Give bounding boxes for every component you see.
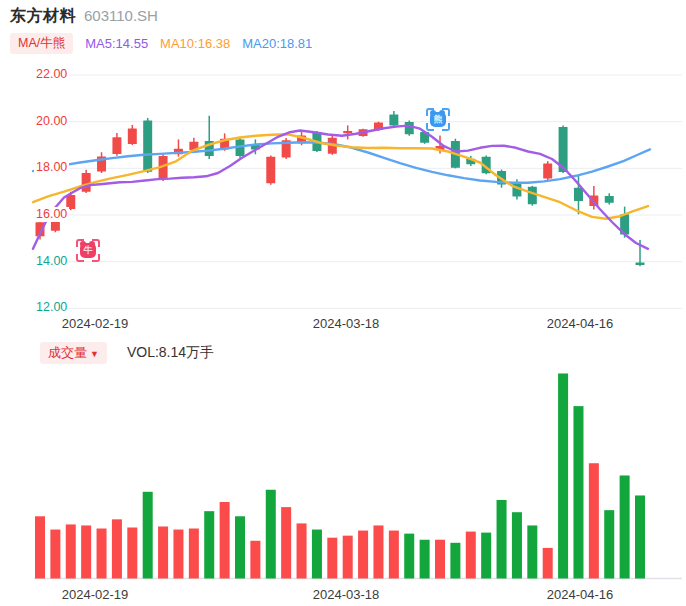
candle-body: [128, 128, 137, 144]
ma20-value: MA20:18.81: [242, 36, 312, 51]
stock-chart-app: 东方材料 603110.SH MA/牛熊 MA5:14.55 MA10:16.3…: [0, 0, 686, 606]
volume-bar: [97, 529, 107, 579]
volume-bar: [527, 525, 537, 578]
candle-body: [266, 157, 275, 184]
candle-body: [82, 173, 91, 192]
date-label: 2024-02-19: [62, 316, 129, 331]
candle-body: [343, 131, 352, 133]
price-axis-label: 22.00: [34, 67, 69, 82]
price-axis-label: 18.00: [34, 160, 69, 175]
volume-header: 成交量▼ VOL:8.14万手: [40, 342, 214, 364]
volume-bar: [389, 531, 399, 579]
volume-bar: [266, 490, 276, 579]
volume-bar: [143, 492, 153, 579]
candle-body: [143, 121, 152, 172]
ma5-value: MA5:14.55: [85, 36, 148, 51]
price-axis-label: 20.00: [34, 114, 69, 129]
price-axis-label: 12.00: [34, 300, 69, 315]
volume-bar: [420, 540, 430, 579]
candle-body: [389, 114, 398, 125]
candle-body: [605, 196, 614, 203]
volume-bar: [250, 541, 260, 579]
candle-body: [528, 187, 537, 205]
volume-bar: [373, 525, 383, 578]
volume-bar: [358, 531, 368, 579]
volume-bar: [81, 525, 91, 578]
volume-bar: [220, 502, 230, 579]
chevron-down-icon: ▼: [90, 349, 99, 359]
volume-bar: [312, 530, 322, 579]
volume-bar: [435, 540, 445, 579]
stock-code: 603110.SH: [84, 7, 158, 24]
header: 东方材料 603110.SH: [10, 6, 158, 27]
volume-bar: [589, 463, 599, 578]
date-label: 2024-02-19: [62, 587, 129, 602]
price-axis-label: 16.00: [34, 207, 69, 222]
volume-bar: [466, 532, 476, 579]
ma-line-ma10: [33, 134, 648, 218]
candle-body: [405, 122, 414, 134]
ma-bull-bear-badge[interactable]: MA/牛熊: [10, 33, 73, 54]
ma-legend: MA/牛熊 MA5:14.55 MA10:16.38 MA20:18.81: [10, 33, 312, 54]
volume-bar: [512, 512, 522, 578]
price-volume-chart: [0, 0, 686, 606]
bear-signal-icon[interactable]: 熊: [426, 108, 450, 131]
price-axis-label: 14.00: [34, 254, 69, 269]
volume-bar: [404, 534, 414, 579]
volume-bar: [204, 511, 214, 578]
volume-bar: [127, 528, 137, 579]
candle-body: [543, 163, 552, 178]
volume-bar: [235, 516, 245, 578]
volume-bar: [173, 530, 183, 579]
volume-bar: [66, 524, 76, 578]
volume-bar: [158, 526, 168, 578]
volume-bar: [35, 516, 45, 578]
volume-bar: [343, 536, 353, 579]
volume-dropdown[interactable]: 成交量▼: [40, 342, 107, 364]
volume-bar: [112, 519, 122, 578]
bear-face: 熊: [430, 112, 446, 127]
date-label: 2024-03-18: [313, 587, 380, 602]
ma-line-ma5: [33, 126, 648, 249]
volume-bar: [481, 533, 491, 579]
volume-bar: [50, 530, 60, 579]
bull-signal-icon[interactable]: 牛: [76, 239, 100, 262]
bull-face: 牛: [80, 243, 96, 258]
volume-bar: [558, 373, 568, 578]
volume-value: VOL:8.14万手: [127, 344, 214, 362]
date-label: 2024-03-18: [313, 316, 380, 331]
volume-bar: [450, 543, 460, 579]
volume-bar: [327, 538, 337, 579]
volume-bar: [543, 548, 553, 579]
date-label: 2024-04-16: [547, 316, 614, 331]
volume-bar: [189, 529, 199, 579]
volume-bar: [604, 510, 614, 578]
volume-bar: [635, 495, 645, 578]
ma10-value: MA10:16.38: [160, 36, 230, 51]
volume-bar: [297, 523, 307, 578]
date-label: 2024-04-16: [547, 587, 614, 602]
stock-name: 东方材料: [10, 6, 76, 27]
candle-body: [636, 263, 645, 265]
candle-body: [112, 137, 121, 154]
volume-bar: [620, 475, 630, 578]
candle-body: [574, 188, 583, 201]
volume-bar: [497, 500, 507, 579]
volume-bar: [573, 406, 583, 578]
volume-bar: [281, 507, 291, 578]
